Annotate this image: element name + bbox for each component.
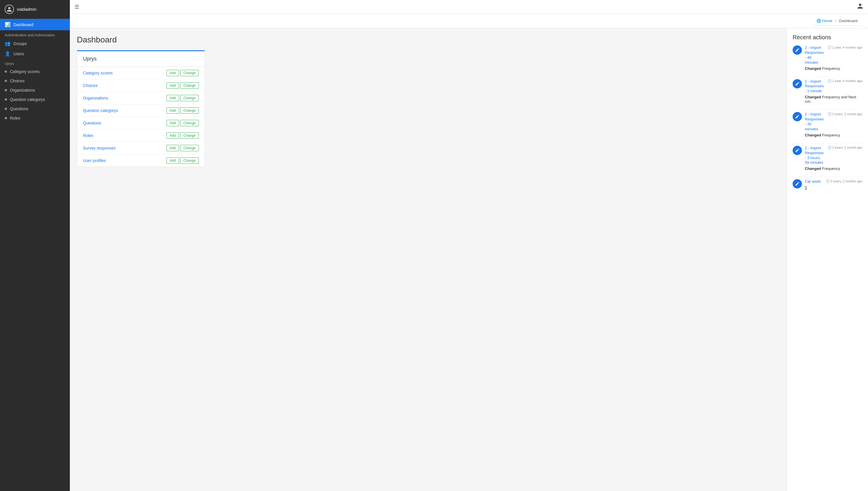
sidebar-username: viabladmin bbox=[17, 7, 36, 12]
dot-icon bbox=[5, 70, 7, 73]
sidebar-item-questions[interactable]: Questions bbox=[0, 104, 70, 113]
sidebar-item-groups-label: Groups bbox=[13, 41, 27, 46]
hamburger-icon[interactable]: ☰ bbox=[75, 4, 79, 10]
action-time: 🕐 3 years, 2 months ago bbox=[826, 179, 862, 183]
dot-icon bbox=[5, 89, 7, 91]
sidebar-section-auth: Authentication and Authorization bbox=[0, 30, 70, 38]
breadcrumb-home-link[interactable]: 🌐 Home bbox=[816, 19, 833, 23]
table-row: Survey responses Add Change bbox=[77, 142, 205, 154]
sidebar-item-question-categorys[interactable]: Question categorys bbox=[0, 95, 70, 104]
clock-icon: 🕐 bbox=[828, 112, 832, 116]
user-profiles-change-button[interactable]: Change bbox=[180, 157, 199, 164]
sidebar-header: viabladmin bbox=[0, 0, 70, 19]
action-meta: 2 - Import Responses - 48 minutes 🕐 1 ye… bbox=[805, 46, 862, 65]
questions-actions: Add Change bbox=[167, 120, 199, 126]
action-icon bbox=[793, 112, 802, 121]
roles-link[interactable]: Roles bbox=[83, 133, 167, 138]
sidebar-item-choices[interactable]: Choices bbox=[0, 76, 70, 86]
action-item: Car wash 🕐 3 years, 2 months ago [] bbox=[793, 179, 862, 190]
action-content: 2 - Import Responses - 3 hours, 59 minut… bbox=[805, 146, 862, 171]
user-profiles-actions: Add Change bbox=[167, 157, 199, 164]
recent-actions-panel: Recent actions 2 - Import Responses - 48… bbox=[786, 28, 868, 491]
action-link[interactable]: 2 - Import Responses - 30 minutes bbox=[805, 112, 825, 132]
category-scores-add-button[interactable]: Add bbox=[167, 70, 179, 76]
sidebar-item-groups[interactable]: 👥 Groups bbox=[0, 38, 70, 49]
survey-responses-add-button[interactable]: Add bbox=[167, 145, 179, 151]
dot-icon bbox=[5, 80, 7, 82]
topbar-left: ☰ bbox=[75, 4, 79, 10]
category-scores-link[interactable]: Category scores bbox=[83, 71, 167, 75]
action-description: Frequency. bbox=[822, 133, 841, 137]
user-profiles-link[interactable]: User profiles bbox=[83, 158, 167, 163]
sidebar-item-category-scores[interactable]: Category scores bbox=[0, 67, 70, 76]
topbar: ☰ bbox=[70, 0, 868, 14]
breadcrumb-home-label: Home bbox=[822, 19, 833, 23]
choices-actions: Add Change bbox=[167, 82, 199, 89]
dot-icon bbox=[5, 98, 7, 100]
roles-actions: Add Change bbox=[167, 132, 199, 139]
action-item: 2 - Import Responses - 3 hours, 59 minut… bbox=[793, 146, 862, 171]
breadcrumb-row: 🌐 Home / Dashboard bbox=[70, 14, 868, 28]
action-desc: Changed Frequency. bbox=[805, 66, 862, 71]
breadcrumb-separator: / bbox=[835, 19, 836, 23]
changed-label: Changed bbox=[805, 95, 821, 99]
question-categorys-add-button[interactable]: Add bbox=[167, 107, 179, 114]
question-categorys-change-button[interactable]: Change bbox=[180, 107, 199, 114]
action-desc: [] bbox=[805, 185, 862, 190]
user-profile-icon[interactable] bbox=[857, 3, 863, 11]
action-icon bbox=[793, 46, 802, 55]
groups-icon: 👥 bbox=[5, 41, 10, 46]
questions-add-button[interactable]: Add bbox=[167, 120, 179, 126]
dot-icon bbox=[5, 108, 7, 110]
dot-icon bbox=[5, 117, 7, 119]
users-icon: 👤 bbox=[5, 51, 10, 56]
recent-actions-title: Recent actions bbox=[793, 34, 862, 41]
category-scores-change-button[interactable]: Change bbox=[180, 70, 199, 76]
action-link[interactable]: 2 - Import Responses - 3 hours, 59 minut… bbox=[805, 146, 825, 166]
sidebar-nav: 📊 Dashboard Authentication and Authoriza… bbox=[0, 19, 70, 491]
roles-change-button[interactable]: Change bbox=[180, 132, 199, 139]
action-link[interactable]: 2 - Import Responses - 1 minute bbox=[805, 79, 825, 94]
survey-responses-actions: Add Change bbox=[167, 145, 199, 151]
action-time: 🕐 3 years, 1 month ago bbox=[828, 112, 862, 116]
action-desc: Changed Frequency. bbox=[805, 133, 862, 137]
question-categorys-actions: Add Change bbox=[167, 107, 199, 114]
survey-responses-change-button[interactable]: Change bbox=[180, 145, 199, 151]
uprys-card-heading: Uprys bbox=[77, 51, 205, 67]
sidebar-item-roles[interactable]: Roles bbox=[0, 113, 70, 123]
action-separator bbox=[793, 77, 862, 77]
sidebar-item-category-scores-label: Category scores bbox=[10, 69, 39, 74]
action-item: 2 - Import Responses - 48 minutes 🕐 1 ye… bbox=[793, 46, 862, 71]
survey-responses-link[interactable]: Survey responses bbox=[83, 146, 167, 150]
organizations-add-button[interactable]: Add bbox=[167, 95, 179, 101]
user-profiles-add-button[interactable]: Add bbox=[167, 157, 179, 164]
choices-link[interactable]: Choices bbox=[83, 83, 167, 88]
sidebar-item-dashboard[interactable]: 📊 Dashboard bbox=[0, 19, 70, 30]
clock-icon: 🕐 bbox=[828, 146, 832, 149]
table-row: Organizations Add Change bbox=[77, 92, 205, 105]
sidebar-section-uprys: Uprys bbox=[0, 59, 70, 67]
table-row: Category scores Add Change bbox=[77, 67, 205, 79]
breadcrumb: 🌐 Home / Dashboard bbox=[812, 16, 862, 26]
organizations-link[interactable]: Organizations bbox=[83, 96, 167, 100]
sidebar-item-users[interactable]: 👤 Users bbox=[0, 49, 70, 59]
choices-add-button[interactable]: Add bbox=[167, 82, 179, 89]
category-scores-actions: Add Change bbox=[167, 70, 199, 76]
action-link[interactable]: Car wash bbox=[805, 179, 821, 184]
uprys-card: Uprys Category scores Add Change Choices… bbox=[77, 50, 205, 167]
action-icon bbox=[793, 179, 802, 189]
questions-change-button[interactable]: Change bbox=[180, 120, 199, 126]
action-meta: 2 - Import Responses - 3 hours, 59 minut… bbox=[805, 146, 862, 166]
sidebar: viabladmin 📊 Dashboard Authentication an… bbox=[0, 0, 70, 491]
changed-label: Changed bbox=[805, 133, 821, 137]
choices-change-button[interactable]: Change bbox=[180, 82, 199, 89]
sidebar-item-organizations[interactable]: Organizations bbox=[0, 86, 70, 95]
questions-link[interactable]: Questions bbox=[83, 121, 167, 125]
topbar-right bbox=[857, 3, 863, 11]
roles-add-button[interactable]: Add bbox=[167, 132, 179, 139]
organizations-change-button[interactable]: Change bbox=[180, 95, 199, 101]
action-link[interactable]: 2 - Import Responses - 48 minutes bbox=[805, 46, 825, 65]
action-meta: 2 - Import Responses - 1 minute 🕐 1 year… bbox=[805, 79, 862, 94]
home-icon: 🌐 bbox=[816, 19, 821, 23]
question-categorys-link[interactable]: Question categorys bbox=[83, 108, 167, 113]
